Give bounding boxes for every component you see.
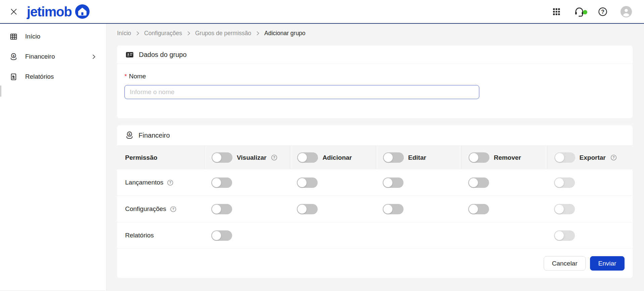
- name-input[interactable]: [124, 85, 479, 99]
- svg-text:$: $: [128, 132, 130, 136]
- column-header-adicionar: Adicionar: [290, 146, 375, 169]
- close-icon[interactable]: [8, 6, 19, 17]
- jetimob-logo[interactable]: jetimob: [27, 4, 90, 19]
- financeiro-permissions-card: $ Financeiro Permissão Visualizar ?: [117, 125, 633, 278]
- headset-icon[interactable]: [574, 6, 585, 17]
- permission-table-header: Permissão Visualizar ? Adicionar Edi: [117, 146, 633, 169]
- help-icon[interactable]: ?: [598, 7, 608, 17]
- toggle-configuracoes-editar[interactable]: [383, 204, 404, 214]
- row-label: Relatórios: [117, 222, 204, 248]
- table-row-configuracoes: Configurações ?: [117, 196, 633, 222]
- name-field-label: * Nome: [124, 73, 625, 80]
- cancel-button[interactable]: Cancelar: [544, 256, 586, 271]
- group-card-header: Dados do grupo: [117, 46, 633, 64]
- toggle-lancamentos-remover[interactable]: [468, 177, 489, 188]
- chevron-right-icon: [91, 54, 97, 60]
- sidebar-item-financeiro[interactable]: $ Financeiro: [0, 47, 106, 67]
- card-title: Financeiro: [139, 132, 170, 139]
- toggle-lancamentos-visualizar[interactable]: [211, 177, 232, 188]
- help-icon[interactable]: ?: [610, 154, 617, 161]
- form-actions: Cancelar Enviar: [117, 249, 633, 278]
- breadcrumb-configuracoes[interactable]: Configurações: [144, 30, 182, 37]
- toggle-configuracoes-remover[interactable]: [468, 204, 489, 214]
- svg-text:$: $: [13, 54, 15, 57]
- svg-text:?: ?: [601, 9, 604, 14]
- submit-button[interactable]: Enviar: [590, 256, 625, 271]
- row-label: Lançamentos ?: [117, 169, 204, 196]
- grid-icon: [9, 32, 18, 41]
- toggle-all-remover[interactable]: [469, 152, 489, 163]
- column-header-permissao: Permissão: [117, 146, 204, 169]
- toggle-configuracoes-adicionar[interactable]: [297, 204, 318, 214]
- main-content: Início Configurações Grupos de permissão…: [107, 24, 644, 290]
- online-status-dot: [583, 10, 587, 14]
- breadcrumb: Início Configurações Grupos de permissão…: [117, 24, 633, 38]
- toggle-lancamentos-adicionar[interactable]: [297, 177, 318, 188]
- toggle-configuracoes-visualizar[interactable]: [211, 204, 232, 214]
- group-data-card: Dados do grupo * Nome: [117, 46, 633, 118]
- toggle-lancamentos-editar[interactable]: [383, 177, 404, 188]
- chevron-right-icon: [135, 30, 141, 36]
- money-icon: $: [9, 53, 18, 61]
- svg-text:?: ?: [172, 207, 174, 211]
- breadcrumb-current-page: Adicionar grupo: [264, 30, 306, 37]
- sidebar-item-label: Início: [25, 33, 40, 40]
- column-header-visualizar: Visualizar ?: [204, 146, 290, 169]
- report-icon: [9, 73, 18, 81]
- sidebar-item-relatorios[interactable]: Relatórios: [0, 67, 106, 87]
- row-label: Configurações ?: [117, 196, 204, 222]
- chevron-right-icon: [186, 30, 192, 36]
- table-row-lancamentos: Lançamentos ?: [117, 169, 633, 196]
- toggle-all-adicionar[interactable]: [297, 152, 318, 163]
- required-asterisk: *: [124, 73, 127, 80]
- help-icon[interactable]: ?: [170, 206, 177, 213]
- toggle-configuracoes-exportar[interactable]: [554, 204, 575, 214]
- sidebar-item-label: Relatórios: [25, 73, 54, 80]
- svg-text:?: ?: [169, 180, 171, 185]
- help-icon[interactable]: ?: [271, 154, 278, 161]
- svg-text:?: ?: [612, 155, 614, 159]
- toggle-all-visualizar[interactable]: [212, 152, 232, 163]
- card-title: Dados do grupo: [139, 51, 186, 59]
- toggle-relatorios-visualizar[interactable]: [211, 230, 232, 241]
- table-row-relatorios: Relatórios: [117, 222, 633, 249]
- sidebar: Início $ Financeiro Relatórios: [0, 24, 107, 290]
- column-header-exportar: Exportar ?: [547, 146, 633, 169]
- breadcrumb-grupos-de-permissao[interactable]: Grupos de permissão: [195, 30, 251, 37]
- top-bar: jetimob: [0, 0, 644, 24]
- id-card-icon: [125, 50, 134, 59]
- sidebar-scrollbar[interactable]: [0, 85, 1, 97]
- user-avatar[interactable]: [621, 6, 632, 17]
- column-header-editar: Editar: [376, 146, 461, 169]
- column-header-remover: Remover: [461, 146, 547, 169]
- toggle-all-editar[interactable]: [383, 152, 404, 163]
- help-icon[interactable]: ?: [167, 179, 174, 186]
- money-icon: $: [125, 131, 134, 140]
- svg-text:?: ?: [273, 155, 275, 159]
- home-icon: [75, 4, 90, 19]
- logo-wordmark: jetimob: [27, 5, 72, 18]
- breadcrumb-inicio[interactable]: Início: [117, 30, 131, 37]
- toggle-all-exportar[interactable]: [554, 152, 575, 163]
- sidebar-item-inicio[interactable]: Início: [0, 26, 106, 47]
- chevron-right-icon: [255, 30, 261, 36]
- financeiro-card-header: $ Financeiro: [117, 125, 633, 146]
- toggle-lancamentos-exportar[interactable]: [554, 177, 575, 188]
- toggle-relatorios-exportar[interactable]: [554, 230, 575, 241]
- sidebar-item-label: Financeiro: [25, 53, 55, 60]
- apps-grid-icon[interactable]: [552, 7, 561, 16]
